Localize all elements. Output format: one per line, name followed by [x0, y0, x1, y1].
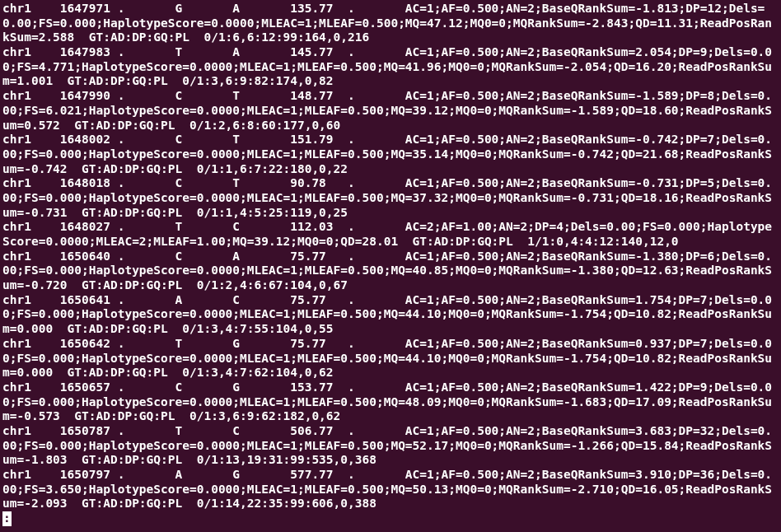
vcf-text: chr1 1647971 . G A 135.77 . AC=1;AF=0.50… — [2, 2, 779, 511]
prompt-cursor: : — [2, 511, 12, 526]
prompt-line[interactable]: : — [2, 511, 12, 525]
terminal-output[interactable]: chr1 1647971 . G A 135.77 . AC=1;AF=0.50… — [0, 0, 781, 528]
